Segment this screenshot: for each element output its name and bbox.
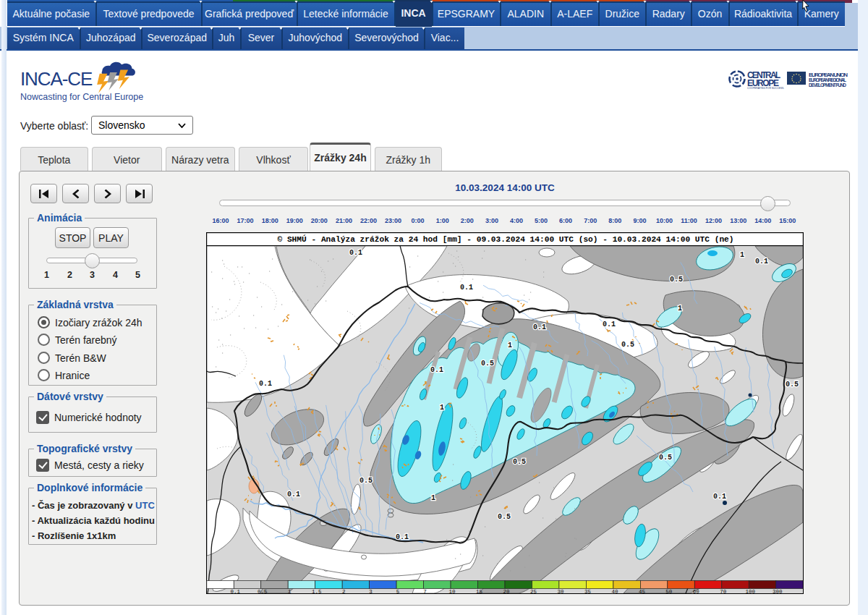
svg-text:0.5: 0.5 <box>359 477 373 485</box>
svg-text:1: 1 <box>508 342 512 349</box>
svg-text:7: 7 <box>423 589 427 595</box>
svg-text:0.5: 0.5 <box>258 589 268 595</box>
svg-text:3: 3 <box>369 589 373 595</box>
svg-text:0.5: 0.5 <box>659 454 672 462</box>
svg-text:5: 5 <box>396 589 400 595</box>
svg-text:1: 1 <box>288 589 292 595</box>
svg-text:0.5: 0.5 <box>498 513 511 521</box>
svg-text:45: 45 <box>639 589 646 595</box>
svg-text:0.5: 0.5 <box>786 381 799 389</box>
svg-text:0.1: 0.1 <box>755 258 768 266</box>
svg-text:0.5: 0.5 <box>513 458 526 466</box>
svg-text:1: 1 <box>678 305 682 313</box>
svg-text:© SHMÚ - Analýza zrážok za 24: © SHMÚ - Analýza zrážok za 24 hod [mm] -… <box>277 234 733 244</box>
svg-text:50: 50 <box>665 589 673 595</box>
svg-text:0.1: 0.1 <box>460 284 473 292</box>
svg-text:0.1: 0.1 <box>287 491 300 499</box>
svg-text:25: 25 <box>530 589 537 595</box>
svg-text:0.5: 0.5 <box>670 276 683 284</box>
svg-text:0.1: 0.1 <box>603 321 616 328</box>
svg-text:0.1: 0.1 <box>533 323 546 331</box>
svg-text:300: 300 <box>773 589 783 595</box>
svg-text:10: 10 <box>449 589 456 595</box>
svg-text:0.5: 0.5 <box>481 360 494 368</box>
svg-text:60: 60 <box>693 589 700 595</box>
svg-text:1: 1 <box>740 251 744 259</box>
svg-text:0.1: 0.1 <box>430 366 443 374</box>
svg-text:DEVELOPMENT FUND: DEVELOPMENT FUND <box>809 82 846 88</box>
svg-text:40: 40 <box>611 589 618 595</box>
svg-text:15: 15 <box>476 589 483 595</box>
svg-text:30: 30 <box>557 589 564 595</box>
svg-text:100: 100 <box>746 589 756 595</box>
svg-text:2: 2 <box>342 589 346 595</box>
svg-text:COOPERATING FOR SUCCESS.: COOPERATING FOR SUCCESS. <box>747 87 784 90</box>
svg-text:1: 1 <box>431 494 435 502</box>
svg-text:0.1: 0.1 <box>349 249 362 257</box>
svg-text:0.5: 0.5 <box>621 341 634 349</box>
svg-text:EUROPEAN REGIONAL: EUROPEAN REGIONAL <box>809 77 846 82</box>
svg-text:1.5: 1.5 <box>312 589 322 595</box>
svg-text:0.1: 0.1 <box>231 589 241 595</box>
svg-text:0.1: 0.1 <box>396 533 409 541</box>
svg-text:1: 1 <box>440 404 444 412</box>
svg-text:70: 70 <box>720 589 727 595</box>
svg-text:0.1: 0.1 <box>259 380 272 388</box>
svg-text:20: 20 <box>503 589 510 595</box>
svg-text:35: 35 <box>584 589 592 595</box>
svg-text:0.1: 0.1 <box>713 493 726 501</box>
